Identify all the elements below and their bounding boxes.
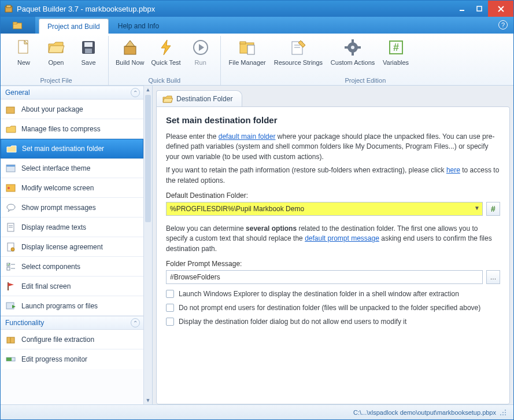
close-button[interactable] [488, 1, 513, 17]
main-tabstrip: Project and Build Help and Info ? [1, 17, 513, 34]
sidebar-item-progress-monitor[interactable]: Edit progress monitor [1, 349, 143, 369]
run-button[interactable]: Run [184, 36, 217, 68]
svg-point-53 [502, 414, 504, 415]
sidebar-section-functionality[interactable]: Functionality ⌃ [1, 316, 143, 330]
prompt-message-input[interactable]: #BrowseFolders [166, 270, 483, 284]
sidebar-item-interface-theme[interactable]: Select interface theme [1, 159, 143, 178]
sidebar-item-select-components[interactable]: Select components [1, 257, 143, 277]
dest-folder-label: Default Destination Folder: [166, 191, 500, 200]
theme-icon [5, 163, 17, 174]
svg-rect-7 [13, 22, 17, 24]
sidebar-item-about-package[interactable]: About your package [1, 100, 143, 119]
ribbon-group-project-file: New Open Save Project File [4, 36, 109, 85]
app-icon [4, 4, 13, 13]
save-button[interactable]: Save [72, 36, 105, 68]
sidebar-item-manage-files[interactable]: Manage files to compress [1, 119, 143, 139]
svg-rect-12 [124, 46, 136, 54]
sidebar-item-welcome-screen[interactable]: Modify welcome screen [1, 178, 143, 198]
intro-retain-paragraph: If you want to retain the path informati… [166, 165, 500, 186]
scroll-down-icon[interactable]: ▼ [144, 396, 152, 404]
dest-folder-input[interactable]: %PROGFILESDIR%\Pupil Markbook Demo ▼ [166, 202, 483, 216]
chevron-up-icon: ⌃ [131, 318, 140, 327]
statusbar: C:\...\xlspadlock demo\output\markbookse… [1, 404, 513, 419]
svg-rect-41 [7, 267, 10, 270]
ribbon-group-label: Project Edition [224, 76, 506, 85]
svg-point-33 [7, 204, 15, 210]
build-icon [121, 38, 139, 57]
sidebar-section-general[interactable]: General ⌃ [1, 86, 143, 100]
file-manager-icon [238, 38, 257, 57]
ribbon: New Open Save Project File Build Now [1, 34, 513, 86]
help-icon[interactable]: ? [498, 20, 508, 30]
check-display-readonly[interactable]: Display the destination folder dialog bu… [166, 318, 500, 326]
browse-button[interactable]: … [486, 270, 500, 284]
svg-rect-28 [6, 107, 14, 113]
page-heading: Set main destination folder [166, 115, 500, 125]
checkbox[interactable] [166, 318, 174, 326]
svg-point-51 [505, 412, 506, 413]
check-no-prompt[interactable]: Do not prompt end users for destination … [166, 304, 500, 312]
content-tab-destination-folder[interactable]: Destination Folder [156, 90, 242, 106]
ribbon-group-project-edition: File Manager Resource Strings Custom Act… [221, 36, 510, 85]
folder-icon [5, 124, 17, 134]
svg-point-38 [11, 248, 14, 251]
custom-actions-button[interactable]: Custom Actions [326, 36, 379, 68]
window-title: Paquet Builder 3.7 - markbooksetup.pbpx [17, 5, 453, 13]
svg-rect-48 [6, 358, 12, 361]
sidebar-item-launch-programs[interactable]: Launch programs or files [1, 296, 143, 316]
minimize-button[interactable] [453, 1, 471, 17]
resource-strings-icon [289, 38, 308, 57]
maximize-button[interactable] [471, 1, 488, 17]
play-icon [191, 38, 210, 57]
status-path: C:\...\xlspadlock demo\output\markbookse… [353, 409, 496, 416]
flag-icon [5, 281, 17, 292]
sidebar-item-edit-final-screen[interactable]: Edit final screen [1, 277, 143, 296]
quick-test-button[interactable]: Quick Test [148, 36, 184, 68]
sidebar-item-prompt-messages[interactable]: Show prompt messages [1, 198, 143, 218]
speech-icon [5, 202, 17, 213]
ribbon-group-label: Quick Build [112, 76, 217, 85]
link-here[interactable]: here [446, 166, 460, 174]
svg-rect-30 [6, 165, 15, 167]
window-controls [453, 1, 513, 17]
folder-open-icon [6, 143, 17, 154]
resource-strings-button[interactable]: Resource Strings [271, 36, 326, 68]
sidebar: General ⌃ About your package Manage file… [1, 86, 153, 404]
titlebar: Paquet Builder 3.7 - markbooksetup.pbpx [1, 1, 513, 17]
link-default-main-folder[interactable]: default main folder [219, 132, 276, 141]
link-default-prompt[interactable]: default prompt message [305, 234, 379, 242]
launch-icon [5, 301, 17, 311]
sidebar-scrollbar[interactable]: ▲ ▼ [143, 86, 152, 404]
file-manager-button[interactable]: File Manager [224, 36, 271, 68]
scroll-up-icon[interactable]: ▲ [144, 86, 152, 94]
open-button[interactable]: Open [40, 36, 72, 68]
check-launch-explorer[interactable]: Launch Windows Explorer to display the d… [166, 290, 500, 298]
box-icon [5, 334, 17, 345]
checkbox[interactable] [166, 290, 174, 298]
chevron-down-icon[interactable]: ▼ [474, 205, 480, 211]
svg-rect-16 [247, 45, 254, 54]
new-button[interactable]: New [8, 36, 40, 68]
build-now-button[interactable]: Build Now [112, 36, 148, 68]
save-icon [79, 38, 98, 57]
svg-rect-3 [477, 6, 482, 11]
resize-grip-icon[interactable] [500, 409, 508, 416]
checkbox[interactable] [166, 304, 174, 312]
sidebar-item-readme-texts[interactable]: Display readme texts [1, 218, 143, 237]
open-folder-icon [47, 38, 65, 57]
svg-point-50 [502, 412, 504, 413]
tab-project-and-build[interactable]: Project and Build [39, 19, 109, 34]
welcome-icon [5, 183, 17, 193]
variables-button[interactable]: # Variables [379, 36, 412, 68]
folder-open-icon [162, 94, 173, 104]
body: General ⌃ About your package Manage file… [1, 86, 513, 404]
sidebar-item-configure-extraction[interactable]: Configure file extraction [1, 330, 143, 349]
sidebar-item-destination-folder[interactable]: Set main destination folder [1, 139, 143, 159]
file-menu-button[interactable] [1, 17, 35, 34]
sidebar-item-license-agreement[interactable]: Display license agreement [1, 237, 143, 257]
variable-picker-button[interactable]: # [486, 202, 500, 216]
chevron-up-icon: ⌃ [131, 88, 140, 97]
tab-help-and-info[interactable]: Help and Info [110, 19, 167, 34]
scrollbar-thumb[interactable] [145, 95, 151, 222]
ribbon-group-label: Project File [8, 76, 105, 85]
